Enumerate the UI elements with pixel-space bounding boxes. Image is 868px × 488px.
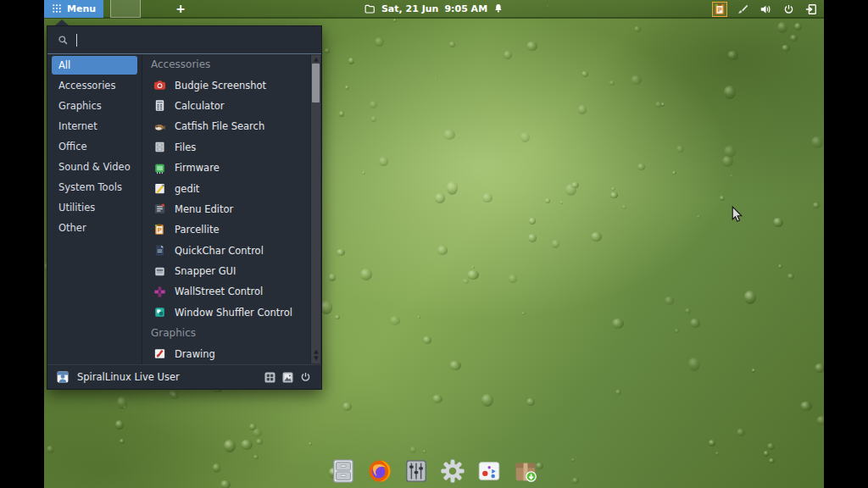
wallpaper-droplet (560, 201, 564, 204)
app-item-firmware[interactable]: Firmware (142, 158, 309, 178)
footer-buttons (259, 370, 313, 385)
power-tray-icon[interactable] (781, 2, 796, 17)
wallpaper-droplet (724, 86, 736, 99)
wallpaper-droplet (675, 329, 680, 333)
category-item-all[interactable]: All (52, 56, 137, 75)
wallpaper-droplet (375, 37, 384, 47)
menu-search-input[interactable] (85, 34, 311, 46)
panel-date: Sat, 21 Jun (381, 3, 439, 14)
wallpaper-droplet (379, 157, 387, 166)
app-item-calculator[interactable]: Calculator (142, 96, 309, 116)
wallpaper-droplet (690, 319, 700, 327)
wallpaper-droplet (816, 416, 824, 425)
category-item-utilities[interactable]: Utilities (52, 198, 137, 217)
dock-tweaks-sliders[interactable] (403, 458, 429, 484)
wallpaper-droplet (241, 440, 253, 450)
volume-tray-icon[interactable] (758, 2, 773, 17)
category-item-sound-video[interactable]: Sound & Video (52, 158, 137, 176)
mini-app-grid-button[interactable] (263, 370, 277, 385)
app-grid-icon (52, 3, 62, 14)
menu-button[interactable]: Menu (44, 0, 103, 18)
power-gray-button[interactable] (298, 370, 313, 385)
category-item-graphics[interactable]: Graphics (52, 97, 137, 115)
scroll-up2-icon[interactable]: ▲ (311, 349, 321, 355)
apps-pane: AccessoriesBudgie ScreenshotCalculatorCa… (142, 54, 321, 364)
wallpaper-droplet (329, 274, 335, 281)
screen: Menu + Sat, 21 Jun 9:05 AM P AllAccessor… (44, 0, 824, 488)
app-item-budgie-screenshot[interactable]: Budgie Screenshot (142, 75, 309, 95)
app-item-window-shuffler-control[interactable]: Window Shuffler Control (142, 302, 309, 323)
app-item-parcellite[interactable]: PParcellite (142, 219, 309, 240)
wallpaper-droplet (545, 198, 549, 203)
wallpaper-droplet (521, 312, 526, 315)
app-item-menu-editor[interactable]: Menu Editor (142, 199, 309, 219)
clock-widget[interactable]: Sat, 21 Jun 9:05 AM (364, 0, 504, 18)
app-item-snapper-gui[interactable]: Snapper GUI (142, 261, 309, 281)
wallpaper-droplet (423, 336, 431, 343)
app-item-catfish-file-search[interactable]: Catfish File Search (142, 116, 309, 136)
wallpaper-droplet (688, 358, 700, 371)
notifications-bell-icon[interactable] (493, 3, 504, 14)
wallpaper-droplet (309, 442, 312, 446)
mini-app-image-button[interactable] (281, 370, 295, 385)
app-label: Budgie Screenshot (175, 80, 266, 92)
wallpaper-droplet (581, 71, 588, 77)
wallpaper-droplet (449, 42, 455, 47)
dock-file-cabinet[interactable] (331, 458, 356, 484)
wallpaper-droplet (752, 369, 755, 372)
wallpaper-droplet (360, 269, 372, 280)
dock-software-store[interactable] (476, 458, 502, 484)
desktop-stage: Menu + Sat, 21 Jun 9:05 AM P AllAccessor… (0, 0, 868, 488)
logout-tray-icon[interactable] (804, 2, 819, 17)
wallpaper-droplet (782, 45, 790, 53)
wallpaper-droplet (800, 402, 812, 412)
add-workspace-button[interactable]: + (168, 2, 193, 15)
app-item-wallstreet-control[interactable]: WallStreet Control (142, 281, 309, 302)
wallpaper-droplet (335, 315, 340, 319)
wallpaper-droplet (591, 232, 601, 241)
app-item-drawing[interactable]: Drawing (142, 343, 309, 363)
apps-scrollbar[interactable]: ▲ ▲ ▼ (310, 55, 320, 363)
wallpaper-droplet (672, 171, 676, 175)
wallpaper-droplet (727, 51, 737, 61)
wallpaper-droplet (423, 450, 426, 453)
folder-icon[interactable] (364, 3, 376, 14)
workspace-switcher[interactable] (110, 0, 141, 18)
scroll-up-icon[interactable]: ▲ (311, 57, 321, 63)
dock-package-installer[interactable] (513, 458, 538, 484)
user-avatar (56, 370, 70, 384)
wallpaper-droplet (697, 215, 701, 219)
wallpaper-droplet (123, 406, 127, 409)
app-item-quickchar-control[interactable]: QuickChar Control (142, 241, 309, 261)
menu-button-label: Menu (67, 3, 96, 14)
app-label: Files (175, 141, 196, 153)
wallpaper-droplet (622, 205, 626, 209)
wallpaper-droplet (224, 440, 236, 452)
parcellite-tray-icon[interactable]: P (712, 2, 727, 17)
category-item-other[interactable]: Other (52, 219, 137, 237)
wallpaper-droplet (790, 35, 798, 42)
applications-menu: AllAccessoriesGraphicsInternetOfficeSoun… (47, 25, 322, 390)
category-item-office[interactable]: Office (52, 137, 137, 156)
dock-gear[interactable] (440, 458, 465, 484)
app-label: Calculator (175, 100, 224, 112)
user-label: SpiralLinux Live User (77, 371, 252, 383)
wallpaper-droplet (610, 192, 617, 199)
scrollbar-thumb[interactable] (312, 64, 320, 103)
text-caret (76, 34, 77, 47)
wallpaper-droplet (370, 101, 377, 108)
paintbrush-tray-icon[interactable] (735, 2, 750, 17)
wallpaper-droplet (773, 218, 783, 228)
app-item-files[interactable]: Files (142, 137, 309, 158)
wallpaper-droplet (337, 249, 345, 256)
menu-body: AllAccessoriesGraphicsInternetOfficeSoun… (47, 54, 321, 364)
dock-firefox[interactable] (367, 458, 392, 484)
category-item-system-tools[interactable]: System Tools (52, 178, 137, 197)
category-item-internet[interactable]: Internet (52, 117, 137, 136)
category-item-accessories[interactable]: Accessories (52, 76, 137, 95)
scroll-down-icon[interactable]: ▼ (311, 356, 321, 362)
wallpaper-droplet (815, 363, 824, 372)
wallpaper-droplet (342, 402, 352, 411)
app-item-gedit[interactable]: gedit (142, 178, 309, 198)
wallpaper-droplet (393, 19, 397, 22)
